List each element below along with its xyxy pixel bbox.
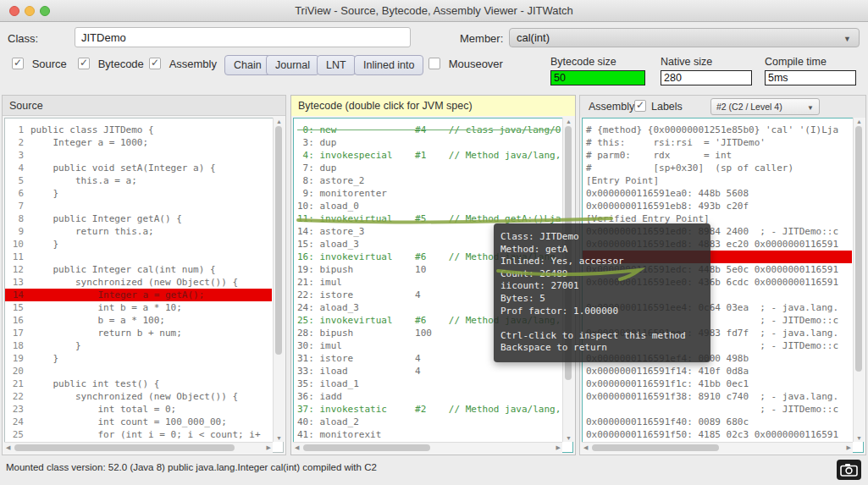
scroll-up-icon[interactable]: ▲ xyxy=(856,118,862,124)
assembly-line[interactable]: 0x0000000116591f50: 4185 02c3 0x00000001… xyxy=(586,428,852,441)
source-line-text: int count = 100_000_00; xyxy=(30,416,227,427)
bytecode-line[interactable]: 10: aload_0 xyxy=(297,200,561,212)
scroll-down-icon[interactable]: ▼ xyxy=(566,435,572,441)
source-line[interactable]: 4 public void setA(Integer a) { xyxy=(8,162,272,174)
chain-button[interactable]: Chain xyxy=(224,55,271,75)
assembly-checkbox[interactable] xyxy=(149,58,161,69)
scroll-left-icon[interactable]: ◀ xyxy=(6,444,10,451)
labels-checkbox[interactable] xyxy=(634,100,646,112)
scroll-up-icon[interactable]: ▲ xyxy=(276,118,282,124)
source-line[interactable]: 2 Integer a = 1000; xyxy=(8,136,272,149)
assembly-line[interactable]: 0x0000000116591f14: 410f 0d8a xyxy=(586,365,852,378)
bytecode-line[interactable]: 0: new #4 // class java/lang/O xyxy=(297,124,561,136)
bytecode-line[interactable]: 7: dup xyxy=(297,162,561,174)
bytecode-line[interactable]: 33: iload 4 xyxy=(297,365,561,378)
source-line[interactable]: 9 return this.a; xyxy=(8,225,272,238)
bytecode-checkbox[interactable] xyxy=(78,58,90,69)
bytecode-line[interactable]: 37: invokestatic #2 // Method java/lang, xyxy=(297,403,561,416)
mouseover-checkbox-group[interactable]: Mouseover xyxy=(428,58,503,70)
source-line[interactable]: 11 xyxy=(8,251,272,263)
scroll-left-icon[interactable]: ◀ xyxy=(295,444,299,451)
source-line[interactable]: 10 } xyxy=(8,238,272,251)
assembly-line[interactable]: [Entry Point] xyxy=(586,174,852,187)
bytecode-line[interactable]: 8: astore_2 xyxy=(297,174,561,187)
assembly-line[interactable]: # this: rsi:rsi = 'JITDemo' xyxy=(586,136,852,149)
source-checkbox-group[interactable]: Source xyxy=(12,58,67,70)
bytecode-line[interactable]: 9: monitorenter xyxy=(297,187,561,200)
line-number: 1 xyxy=(8,124,24,136)
chevron-down-icon: ▼ xyxy=(807,104,814,112)
line-number: 17 xyxy=(8,327,24,339)
assembly-checkbox-group[interactable]: Assembly xyxy=(149,58,217,70)
scroll-right-icon[interactable]: ▶ xyxy=(556,444,561,451)
source-vertical-scrollbar[interactable]: ▲ ▼ xyxy=(273,118,284,442)
source-line[interactable]: 15 int b = a * 10; xyxy=(8,301,272,314)
scroll-right-icon[interactable]: ▶ xyxy=(267,444,271,451)
source-line[interactable]: 1public class JITDemo { xyxy=(8,124,272,136)
source-line-text: public Integer cal(int num) { xyxy=(30,264,216,275)
source-line[interactable]: 20 xyxy=(8,365,272,378)
source-line[interactable]: 19 } xyxy=(8,352,272,365)
bytecode-checkbox-group[interactable]: Bytecode xyxy=(78,58,144,70)
bytecode-line[interactable]: 41: monitorexit xyxy=(297,428,561,441)
source-horizontal-scrollbar[interactable]: ◀ ▶ xyxy=(4,442,273,453)
compilation-select-value: #2 (C2 / Level 4) xyxy=(716,102,782,112)
bytecode-line[interactable]: 4: invokespecial #1 // Method java/lang, xyxy=(297,149,561,162)
source-line-text xyxy=(30,251,36,262)
source-code-area[interactable]: 1public class JITDemo {2 Integer a = 100… xyxy=(4,118,284,453)
source-line[interactable]: 8 public Integer getA() { xyxy=(8,212,272,225)
source-checkbox[interactable] xyxy=(12,58,24,69)
bytecode-size-value: 50 xyxy=(550,70,645,85)
line-number: 2 xyxy=(8,136,24,149)
scroll-right-icon[interactable]: ▶ xyxy=(847,444,851,451)
bytecode-horizontal-scrollbar[interactable]: ◀ ▶ xyxy=(293,442,562,453)
bytecode-line[interactable]: 40: aload_2 xyxy=(297,416,561,428)
scroll-left-icon[interactable]: ◀ xyxy=(583,444,588,451)
journal-button[interactable]: Journal xyxy=(266,55,319,75)
scroll-down-icon[interactable]: ▼ xyxy=(276,435,282,441)
bytecode-line[interactable]: 35: iload_1 xyxy=(297,378,561,390)
source-line[interactable]: 18 } xyxy=(8,339,272,352)
source-line[interactable]: 12 public Integer cal(int num) { xyxy=(8,263,272,276)
source-line-text: Integer a = 1000; xyxy=(30,137,148,148)
scroll-down-icon[interactable]: ▼ xyxy=(856,435,862,441)
assembly-line[interactable]: 0x0000000116591f38: 8910 c740 ; - java.l… xyxy=(586,390,852,403)
assembly-line[interactable]: 0x0000000116591ea0: 448b 5608 xyxy=(586,187,852,200)
assembly-line[interactable]: 0x0000000116591f1c: 41bb 0ec1 xyxy=(586,378,852,390)
lnt-button[interactable]: LNT xyxy=(317,55,356,75)
bytecode-line[interactable]: 36: iadd xyxy=(297,390,561,403)
assembly-line[interactable]: # parm0: rdx = int xyxy=(586,149,852,162)
source-line[interactable]: 21 public int test() { xyxy=(8,378,272,390)
class-input[interactable] xyxy=(75,27,411,47)
source-line[interactable]: 24 int count = 100_000_00; xyxy=(8,416,272,428)
member-select[interactable]: cal(int) ▼ xyxy=(509,28,860,47)
source-line[interactable]: 3 xyxy=(8,149,272,162)
scroll-up-icon[interactable]: ▲ xyxy=(566,118,572,124)
source-line[interactable]: 16 b = a * 100; xyxy=(8,314,272,327)
inlined-into-button[interactable]: Inlined into xyxy=(354,55,423,75)
source-line[interactable]: 22 synchronized (new Object()) { xyxy=(8,390,272,403)
source-line[interactable]: 13 synchronized (new Object()) { xyxy=(8,276,272,289)
source-line[interactable]: 14 Integer a = getA(); xyxy=(5,289,272,301)
bytecode-line[interactable]: 3: dup xyxy=(297,136,561,149)
screenshot-button[interactable] xyxy=(837,460,861,480)
member-select-value: cal(int) xyxy=(517,31,550,44)
assembly-line[interactable]: 0x0000000116591f40: 0089 680c xyxy=(586,416,852,428)
assembly-vertical-scrollbar[interactable]: ▲ ▼ xyxy=(853,118,864,442)
mouseover-checkbox[interactable] xyxy=(428,58,440,69)
source-line-text: } xyxy=(30,239,58,250)
source-line[interactable]: 7 xyxy=(8,200,272,212)
assembly-line[interactable]: # {method} {0x00000001251e85b0} 'cal' '(… xyxy=(586,124,852,136)
compilation-select[interactable]: #2 (C2 / Level 4) ▼ xyxy=(710,98,820,115)
source-line[interactable]: 23 int total = 0; xyxy=(8,403,272,416)
source-line[interactable]: 17 return b + num; xyxy=(8,327,272,339)
assembly-line[interactable]: # [sp+0x30] (sp of caller) xyxy=(586,162,852,174)
assembly-horizontal-scrollbar[interactable]: ◀ ▶ xyxy=(582,442,853,453)
line-number: 20 xyxy=(8,365,24,378)
assembly-line[interactable]: ; - JITDemo::c xyxy=(586,403,852,416)
source-line-text xyxy=(30,201,36,212)
assembly-line[interactable]: 0x0000000116591eb8: 493b c20f xyxy=(586,200,852,212)
source-line[interactable]: 6 } xyxy=(8,187,272,200)
source-line[interactable]: 5 this.a = a; xyxy=(8,174,272,187)
source-line[interactable]: 25 for (int i = 0; i < count; i+ xyxy=(8,428,272,441)
